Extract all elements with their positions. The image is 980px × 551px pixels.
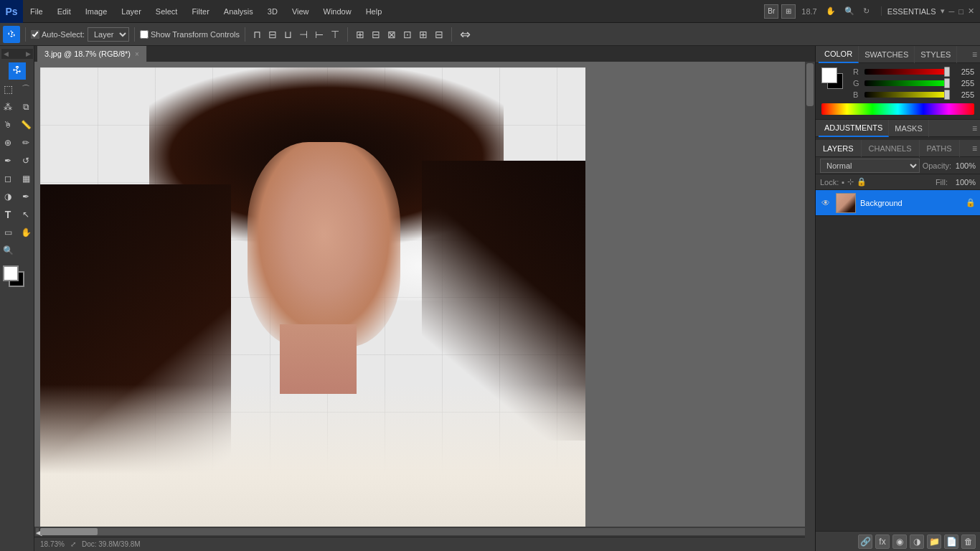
- paths-tab[interactable]: PATHS: [920, 140, 960, 157]
- move-tool[interactable]: [9, 62, 26, 80]
- spot-heal-tool[interactable]: ⊕: [0, 134, 17, 151]
- zoom-tool[interactable]: 🔍: [0, 242, 17, 259]
- menu-analysis[interactable]: Analysis: [217, 0, 260, 23]
- lock-all-icon[interactable]: 🔒: [857, 177, 867, 187]
- spectrum-bar[interactable]: [821, 103, 974, 115]
- delete-layer-btn[interactable]: 🗑: [961, 534, 976, 549]
- new-group-btn[interactable]: 📁: [927, 534, 941, 549]
- b-thumb[interactable]: [944, 90, 950, 100]
- distribute-v-btn[interactable]: ⊟: [369, 27, 383, 42]
- color-tab[interactable]: COLOR: [819, 46, 859, 63]
- color-panel-menu-icon[interactable]: ≡: [972, 50, 977, 60]
- r-slider[interactable]: [864, 69, 950, 75]
- tab-close-btn[interactable]: ×: [135, 50, 139, 58]
- vertical-scrollbar[interactable]: [805, 62, 815, 551]
- layer-fx-btn[interactable]: fx: [875, 534, 890, 549]
- align-top-btn[interactable]: ⊣: [296, 27, 311, 42]
- align-center-h-btn[interactable]: ⊟: [265, 27, 280, 42]
- menu-filter[interactable]: Filter: [184, 0, 216, 23]
- pen-tool[interactable]: ✒: [17, 188, 34, 205]
- b-slider[interactable]: [864, 92, 950, 98]
- v-scroll-thumb[interactable]: [806, 63, 814, 106]
- rect-select-tool[interactable]: ⬚: [0, 80, 17, 98]
- crop-tool[interactable]: ⧉: [17, 98, 34, 116]
- distribute-h-btn[interactable]: ⊞: [353, 27, 367, 42]
- menu-help[interactable]: Help: [359, 0, 390, 23]
- adjustments-panel-menu-icon[interactable]: ≡: [972, 123, 977, 133]
- distribute-h2-btn[interactable]: ⊠: [385, 27, 399, 42]
- menu-edit[interactable]: Edit: [50, 0, 78, 23]
- masks-tab[interactable]: MASKS: [889, 120, 929, 137]
- document-tab[interactable]: 3.jpg @ 18.7% (RGB/8*) ×: [37, 46, 147, 62]
- foreground-color[interactable]: [3, 265, 19, 281]
- brush-tool[interactable]: ✏: [17, 134, 34, 151]
- minimize-icon[interactable]: ─: [949, 7, 955, 16]
- ruler-tool[interactable]: 📏: [17, 116, 34, 133]
- auto-select-checkbox[interactable]: [31, 30, 39, 39]
- swatches-tab[interactable]: SWATCHES: [859, 46, 915, 63]
- history-brush-tool[interactable]: ↺: [17, 152, 34, 169]
- adjustment-layer-btn[interactable]: ◑: [910, 534, 924, 549]
- horizontal-scrollbar[interactable]: ◀ ▶: [34, 527, 815, 537]
- eraser-tool[interactable]: ◻: [0, 170, 17, 187]
- menu-view[interactable]: View: [285, 0, 316, 23]
- blend-mode-dropdown[interactable]: Normal: [820, 159, 920, 173]
- canvas-scroll-area[interactable]: [34, 62, 815, 527]
- quick-select-tool[interactable]: ⁂: [0, 98, 17, 116]
- bridge-icon[interactable]: Br: [764, 4, 778, 19]
- adjustments-tab[interactable]: ADJUSTMENTS: [819, 120, 889, 137]
- restore-icon[interactable]: □: [958, 7, 963, 16]
- menu-file[interactable]: File: [23, 0, 50, 23]
- gradient-tool[interactable]: ▦: [17, 170, 34, 187]
- r-thumb[interactable]: [944, 67, 950, 77]
- lasso-tool[interactable]: ⌒: [17, 80, 34, 98]
- dodge-tool[interactable]: ◑: [0, 188, 17, 205]
- channels-tab[interactable]: CHANNELS: [862, 140, 920, 157]
- styles-tab[interactable]: STYLES: [915, 46, 957, 63]
- layers-tab[interactable]: LAYERS: [816, 140, 862, 157]
- menu-window[interactable]: Window: [316, 0, 359, 23]
- path-select-tool[interactable]: ↖: [17, 206, 34, 223]
- workspace-dropdown-icon[interactable]: ▾: [941, 6, 945, 16]
- align-center-v-btn[interactable]: ⊢: [312, 27, 326, 42]
- align-left-btn[interactable]: ⊓: [250, 27, 264, 42]
- h-scroll-track[interactable]: [40, 528, 809, 535]
- zoom-tool-icon[interactable]: 🔍: [842, 6, 857, 16]
- layers-panel-menu-icon[interactable]: ≡: [972, 143, 977, 154]
- menu-layer[interactable]: Layer: [114, 0, 149, 23]
- layer-visibility-icon[interactable]: 👁: [820, 197, 831, 209]
- menu-image[interactable]: Image: [78, 0, 115, 23]
- close-icon[interactable]: ✕: [968, 6, 974, 16]
- add-mask-btn[interactable]: ◉: [892, 534, 907, 549]
- lock-pixel-icon[interactable]: ▪: [842, 178, 844, 187]
- g-thumb[interactable]: [944, 78, 950, 88]
- align-right-btn[interactable]: ⊔: [281, 27, 295, 42]
- screen-mode-icon[interactable]: ⊞: [781, 4, 796, 19]
- align-bottom-btn[interactable]: ⊤: [328, 27, 342, 42]
- hand-tool[interactable]: ✋: [17, 224, 34, 241]
- toolbox-collapse-right[interactable]: ▶: [26, 50, 31, 57]
- show-transform-checkbox[interactable]: [140, 30, 149, 39]
- auto-align-btn[interactable]: ⇔: [457, 25, 473, 44]
- lock-position-icon[interactable]: ⊹: [847, 177, 854, 187]
- auto-select-dropdown[interactable]: Layer: [88, 27, 129, 42]
- menu-select[interactable]: Select: [149, 0, 185, 23]
- h-scroll-left-btn[interactable]: ◀: [36, 528, 39, 535]
- hand-tool-icon[interactable]: ✋: [823, 6, 839, 16]
- menu-3d[interactable]: 3D: [260, 0, 285, 23]
- fit-view-btn[interactable]: ⤢: [70, 540, 76, 548]
- h-scroll-thumb[interactable]: [40, 528, 98, 535]
- fg-swatch[interactable]: [821, 67, 837, 83]
- toolbox-collapse-left[interactable]: ◀: [4, 50, 9, 57]
- new-layer-btn[interactable]: 📄: [944, 534, 958, 549]
- type-tool[interactable]: T: [0, 206, 17, 223]
- rectangle-shape-tool[interactable]: ▭: [0, 224, 17, 241]
- rotate-icon[interactable]: ↻: [860, 6, 872, 16]
- clone-stamp-tool[interactable]: ✒: [0, 152, 17, 169]
- distribute-v3-btn[interactable]: ⊟: [432, 27, 446, 42]
- eyedropper-tool[interactable]: 🖰: [0, 116, 17, 133]
- distribute-v2-btn[interactable]: ⊡: [400, 27, 415, 42]
- link-layers-btn[interactable]: 🔗: [858, 534, 872, 549]
- g-slider[interactable]: [864, 80, 950, 86]
- distribute-h3-btn[interactable]: ⊞: [416, 27, 430, 42]
